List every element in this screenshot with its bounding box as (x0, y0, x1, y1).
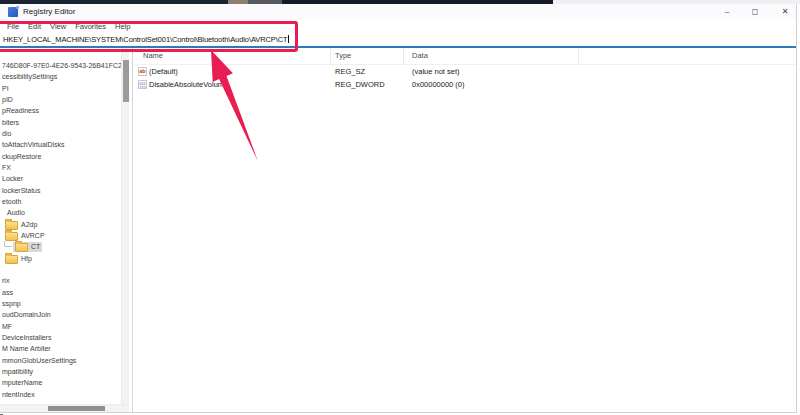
tree-item[interactable]: Hfp (0, 253, 121, 264)
tree-item[interactable]: M Name Arbiter (0, 343, 121, 354)
value-row[interactable]: ab(Default)REG_SZ(value not set) (134, 65, 795, 78)
registry-editor-window: Registry Editor – ◻ ✕ File Edit View Fav… (0, 4, 797, 413)
tree-item[interactable]: MF (0, 321, 121, 332)
tree-item-label: toAttachVirtualDisks (2, 141, 65, 148)
tree-item[interactable]: PI (0, 83, 121, 94)
registry-app-icon (8, 7, 18, 17)
value-type: REG_SZ (335, 67, 365, 76)
tree-item[interactable]: AVRCP (0, 230, 121, 241)
value-name: DisableAbsoluteVolume (149, 80, 228, 89)
tree-item-label: lockerStatus (2, 187, 41, 194)
tree-item-label: ntentIndex (2, 391, 35, 398)
tree-item-label: pReadiness (2, 107, 39, 114)
tree-item-label: CT (31, 243, 40, 250)
close-button[interactable]: ✕ (774, 5, 796, 19)
value-name: (Default) (149, 67, 178, 76)
tree-item[interactable]: sspnp (0, 298, 121, 309)
title-bar[interactable]: Registry Editor – ◻ ✕ (0, 4, 796, 20)
value-row[interactable]: 011110DisableAbsoluteVolumeREG_DWORD0x00… (134, 78, 795, 91)
column-header-name[interactable]: Name (143, 51, 163, 60)
dword-value-icon: 011110 (138, 80, 147, 89)
tree-item-label: oudDomainJoin (2, 311, 51, 318)
pane-divider[interactable] (132, 48, 133, 412)
value-data: (value not set) (412, 67, 460, 76)
tree-item[interactable]: Locker (0, 173, 121, 184)
value-type: REG_DWORD (335, 80, 385, 89)
registry-tree[interactable]: 746D80F-97E0-4E26-9543-26B41FC2cessibili… (0, 48, 121, 415)
tree-item[interactable]: DeviceInstallers (0, 332, 121, 343)
tree-item-label: Locker (2, 175, 23, 182)
column-separator[interactable] (578, 48, 579, 64)
tree-item[interactable]: mmonGlobUserSettings (0, 355, 121, 366)
tree-item[interactable]: mpatibility (0, 366, 121, 377)
folder-icon (5, 232, 18, 241)
column-separator[interactable] (330, 48, 331, 64)
tree-item[interactable]: biters (0, 117, 121, 128)
tree-item[interactable]: CT (0, 241, 121, 252)
tree-item-label: pID (2, 96, 13, 103)
tree-item[interactable]: Audio (0, 207, 121, 218)
tree-item-label: ckupRestore (2, 153, 41, 160)
tree-item[interactable] (0, 264, 121, 275)
tree-item-label: mpatibility (2, 368, 33, 375)
tree-item-label: M Name Arbiter (2, 345, 51, 352)
tree-item-label: etooth (2, 198, 21, 205)
tree-item-label: Audio (7, 209, 25, 216)
value-list: Name Type Data ab(Default)REG_SZ(value n… (134, 48, 795, 411)
tree-item[interactable]: pID (0, 94, 121, 105)
maximize-button[interactable]: ◻ (744, 5, 766, 19)
folder-icon (15, 243, 28, 252)
tree-item[interactable]: toAttachVirtualDisks (0, 139, 121, 150)
tree-item-label: FX (2, 164, 11, 171)
tree-item[interactable]: pReadiness (0, 105, 121, 116)
tree-item-label: biters (2, 119, 19, 126)
tree-item-label: mputerName (2, 379, 42, 386)
tree-item-label: A2dp (21, 221, 37, 228)
tree-item-label: AVRCP (21, 232, 45, 239)
tree-item[interactable]: etooth (0, 196, 121, 207)
tree-item[interactable]: ntentIndex (0, 389, 121, 400)
tree-item[interactable]: FX (0, 162, 121, 173)
column-separator[interactable] (403, 48, 404, 64)
string-value-icon: ab (138, 67, 147, 76)
tree-branch-line (4, 241, 12, 247)
tree-item[interactable]: ckupRestore (0, 151, 121, 162)
scrollbar-thumb[interactable] (48, 406, 105, 411)
tree-item-label: ass (2, 289, 13, 296)
tree-item[interactable]: rix (0, 275, 121, 286)
tree-horizontal-scrollbar[interactable] (0, 404, 129, 412)
tree-item-label: mmonGlobUserSettings (2, 357, 76, 364)
tree-item-label: cessibilitySettings (2, 73, 57, 80)
window-title: Registry Editor (23, 7, 75, 16)
tree-item-label: DeviceInstallers (2, 334, 51, 341)
column-header-type[interactable]: Type (335, 51, 351, 60)
tree-item[interactable]: ass (0, 287, 121, 298)
tree-item-label: dio (2, 130, 11, 137)
screenshot-root: Registry Editor – ◻ ✕ File Edit View Fav… (0, 0, 800, 415)
tree-vertical-scrollbar[interactable] (121, 48, 129, 404)
tree-item-label: PI (2, 85, 9, 92)
tree-item[interactable]: lockerStatus (0, 185, 121, 196)
tree-item[interactable]: 746D80F-97E0-4E26-9543-26B41FC2 (0, 60, 121, 71)
tree-item[interactable]: cessibilitySettings (0, 71, 121, 82)
minimize-button[interactable]: – (716, 5, 738, 19)
folder-icon (5, 221, 18, 230)
tree-item-label: MF (2, 323, 12, 330)
tree-item-label: rix (2, 277, 9, 284)
value-data: 0x00000000 (0) (412, 80, 465, 89)
highlight-rectangle (0, 21, 298, 52)
tree-item[interactable]: A2dp (0, 219, 121, 230)
tree-item-label: sspnp (2, 300, 21, 307)
column-header-data[interactable]: Data (412, 51, 428, 60)
tree-item[interactable]: mputerName (0, 377, 121, 388)
folder-icon (5, 255, 18, 264)
tree-item-label: Hfp (21, 255, 32, 262)
tree-item[interactable]: dio (0, 128, 121, 139)
tree-item-label: 746D80F-97E0-4E26-9543-26B41FC2 (2, 62, 121, 69)
tree-item[interactable]: oudDomainJoin (0, 309, 121, 320)
scrollbar-thumb[interactable] (123, 60, 129, 102)
